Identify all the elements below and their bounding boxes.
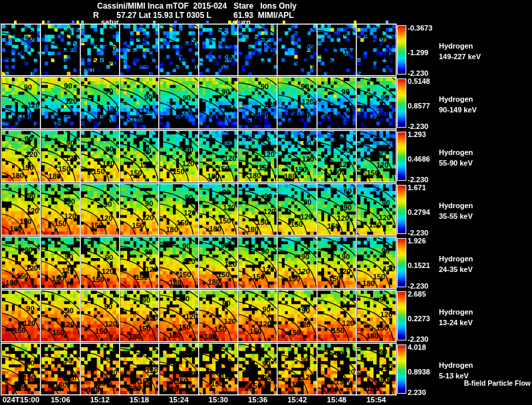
event-tick-icon: [283, 21, 285, 24]
event-tick-icon: [386, 21, 388, 24]
event-tick-icon: [47, 21, 50, 24]
event-tick-icon: [14, 21, 17, 24]
colorbar-mid-label: 0.4686: [408, 155, 441, 163]
time-tick-label: 15:48: [317, 396, 356, 404]
channel-energy-label: 35-55 keV: [439, 212, 531, 220]
event-tick-icon: [237, 21, 240, 24]
page-title: Cassini/MIMI Inca mTOF 2015-024 Stare Io…: [97, 1, 297, 11]
colorbar-min-label: -2.230: [408, 122, 441, 130]
channel-energy-label: 149-227 keV: [439, 53, 531, 61]
colorbar-min-label: -2.230: [408, 282, 441, 290]
time-tick-label: 15:24: [159, 396, 198, 404]
event-tick-icon: [234, 21, 237, 24]
colorbar: [397, 78, 406, 128]
time-tick-label: 15:36: [238, 396, 277, 404]
channel-species-label: Hydrogen: [439, 42, 531, 50]
channel-species-label: Hydrogen: [439, 308, 531, 316]
colorbar: [397, 185, 406, 234]
colorbar-mid-label: -1.299: [408, 49, 441, 57]
colorbar-max-label: 1.293: [408, 130, 441, 138]
event-tick-icon: [81, 21, 84, 24]
colorbar-max-label: -0.3673: [408, 24, 441, 32]
channel-energy-label: 90-149 keV: [439, 106, 531, 114]
colorbar: [397, 25, 406, 74]
colorbar-mid-label: 0.1521: [408, 261, 441, 269]
colorbar-min-label: -2.230: [408, 335, 441, 343]
event-tick-icon: [42, 21, 45, 24]
channel-species-label: Hydrogen: [439, 95, 531, 103]
time-tick-label: 15:18: [120, 396, 159, 404]
colorbar-mid-label: 0.2794: [408, 208, 441, 216]
event-tick-icon: [153, 21, 156, 24]
event-tick-icon: [72, 21, 74, 24]
time-tick-label: 15:30: [199, 396, 238, 404]
channel-energy-label: 13-24 keV: [439, 319, 531, 327]
event-tick-icon: [206, 21, 209, 24]
colorbar-min-label: -2.230: [408, 69, 441, 77]
event-tick-icon: [228, 21, 231, 24]
colorbar-mid-label: 0.8938: [408, 368, 441, 376]
colorbar: [397, 344, 406, 394]
colorbar-mid-label: 0.2273: [408, 315, 441, 323]
colorbar-mid-label: 0.8577: [408, 102, 441, 110]
event-tick-icon: [354, 21, 356, 24]
bfield-flow-label: B-field Particle Flow: [439, 379, 531, 387]
time-tick-label: 15:12: [80, 396, 120, 404]
colorbar-max-label: 0.5148: [408, 77, 441, 85]
time-tick-label: 15:06: [41, 396, 80, 404]
event-tick-icon: [76, 21, 79, 24]
time-tick-label: 15:54: [356, 396, 396, 404]
channel-species-label: Hydrogen: [439, 361, 531, 369]
spectrogram-page: Cassini/MIMI Inca mTOF 2015-024 Stare Io…: [0, 0, 532, 405]
colorbar: [397, 238, 406, 287]
colorbar-max-label: 1.926: [408, 237, 441, 245]
colorbar-max-label: 1.671: [408, 184, 441, 192]
channel-species-label: Hydrogen: [439, 148, 531, 156]
event-tick-icon: [174, 21, 177, 24]
saturn-label-left: satur: [101, 18, 119, 26]
colorbar-min-label: -2.230: [408, 176, 441, 184]
colorbar: [397, 291, 406, 340]
colorbar-max-label: 4.018: [408, 343, 441, 351]
time-tick-label: 024T15:00: [1, 396, 41, 404]
colorbar: [397, 132, 406, 181]
colorbar-min-label: 2.230: [408, 388, 441, 396]
time-tick-label: 15:42: [277, 396, 317, 404]
channel-species-label: Hydrogen: [439, 202, 531, 209]
colorbar-max-label: 2.685: [408, 290, 441, 298]
channel-species-label: Hydrogen: [439, 255, 531, 263]
colorbar-min-label: -2.230: [408, 229, 441, 237]
ephemeris-subtitle: R 57.27 Lat 15.93 LT 0305 L 61.93 MIMI/A…: [93, 11, 294, 20]
channel-energy-label: 24-35 keV: [439, 265, 531, 273]
channel-energy-label: 55-90 keV: [439, 159, 531, 167]
